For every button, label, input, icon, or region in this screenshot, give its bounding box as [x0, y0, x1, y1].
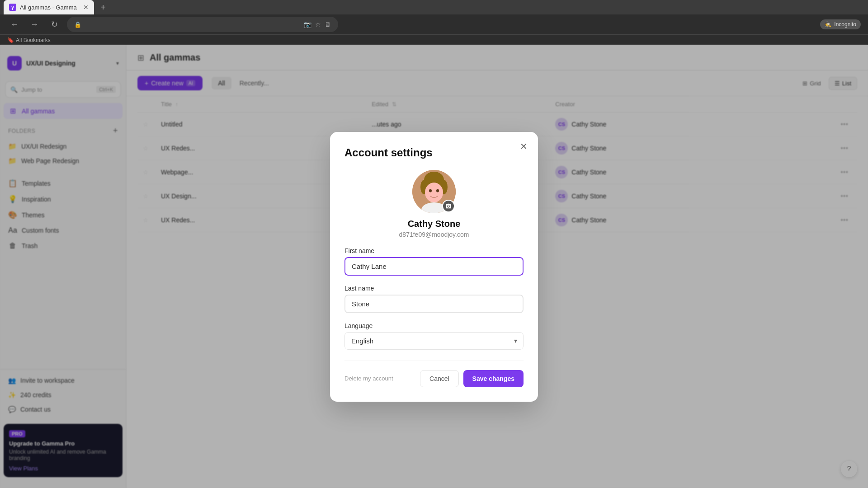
browser-chrome: γ All gammas - Gamma ✕ + ← → ↻ 🔒 gamma.a… [0, 0, 868, 45]
language-select[interactable]: English Spanish French German Portuguese [344, 332, 524, 350]
refresh-button[interactable]: ↻ [47, 17, 61, 32]
tab-close-button[interactable]: ✕ [83, 4, 89, 11]
star-icon: ☆ [315, 21, 321, 28]
incognito-label: Incognito [834, 21, 856, 28]
back-button[interactable]: ← [7, 17, 22, 32]
bookmarks-label: All Bookmarks [16, 37, 51, 43]
bookmarks-icon: 🔖 [7, 37, 14, 43]
last-name-label: Last name [344, 285, 524, 292]
first-name-label: First name [344, 247, 524, 254]
bookmarks-bar: 🔖 All Bookmarks [0, 34, 868, 45]
delete-account-link[interactable]: Delete my account [344, 375, 393, 382]
active-tab[interactable]: γ All gammas - Gamma ✕ [4, 0, 94, 14]
browser-toolbar: ← → ↻ 🔒 gamma.app/#all 📷 ☆ 🖥 🕵 Incognito [0, 14, 868, 34]
save-changes-button[interactable]: Save changes [463, 370, 524, 387]
user-display-name: Cathy Stone [408, 219, 461, 229]
language-select-wrapper: English Spanish French German Portuguese… [344, 332, 524, 350]
camera-off-icon: 📷 [304, 21, 311, 28]
first-name-input[interactable] [344, 257, 524, 276]
svg-point-5 [429, 189, 432, 192]
tab-favicon: γ [9, 4, 16, 11]
browser-right-controls: 🕵 Incognito [820, 19, 861, 29]
incognito-badge: 🕵 Incognito [820, 19, 861, 29]
last-name-group: Last name [344, 285, 524, 313]
tab-label: All gammas - Gamma [20, 4, 77, 11]
device-icon: 🖥 [325, 21, 331, 28]
language-group: Language English Spanish French German P… [344, 322, 524, 350]
change-avatar-button[interactable] [442, 200, 455, 212]
new-tab-button[interactable]: + [96, 0, 110, 14]
address-bar-icons: 📷 ☆ 🖥 [304, 21, 331, 28]
forward-button[interactable]: → [27, 17, 42, 32]
modal-overlay[interactable]: Account settings ✕ [0, 45, 868, 488]
language-label: Language [344, 322, 524, 329]
first-name-group: First name [344, 247, 524, 276]
avatar-wrapper [412, 170, 456, 213]
address-bar[interactable]: 🔒 gamma.app/#all 📷 ☆ 🖥 [67, 17, 338, 32]
avatar-section: Cathy Stone d871fe09@moodjoy.com [344, 170, 524, 238]
last-name-input[interactable] [344, 295, 524, 313]
modal-title: Account settings [344, 146, 524, 159]
cancel-button[interactable]: Cancel [420, 370, 459, 387]
svg-point-4 [425, 183, 443, 202]
lock-icon: 🔒 [74, 21, 81, 28]
modal-close-button[interactable]: ✕ [516, 139, 531, 154]
modal-actions: Cancel Save changes [420, 370, 524, 387]
url-input[interactable]: gamma.app/#all [85, 21, 300, 28]
user-email: d871fe09@moodjoy.com [399, 231, 469, 238]
incognito-icon: 🕵 [825, 21, 831, 28]
svg-point-6 [436, 189, 439, 192]
browser-tabs: γ All gammas - Gamma ✕ + [0, 0, 868, 14]
modal-footer: Delete my account Cancel Save changes [344, 361, 524, 387]
account-settings-modal: Account settings ✕ [330, 132, 538, 402]
